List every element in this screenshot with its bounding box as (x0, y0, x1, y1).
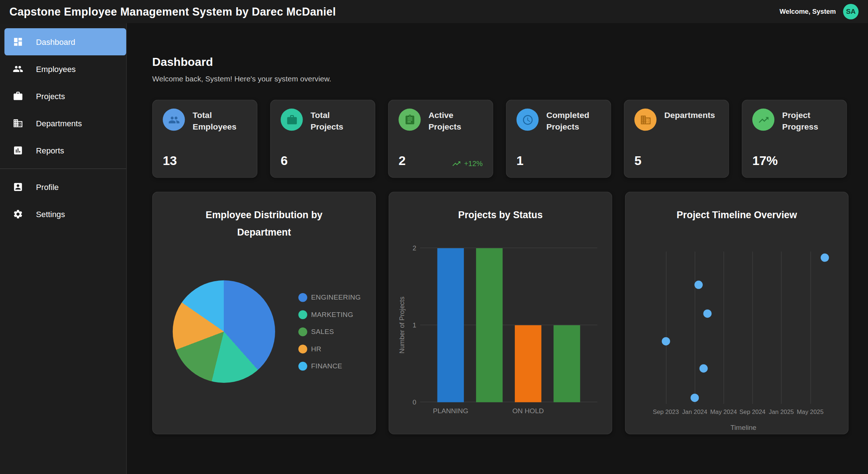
legend-color-dot (298, 310, 307, 319)
stat-card-completed-projects: Completed Projects 1 (506, 100, 611, 178)
x-tick-label: May 2024 (710, 408, 737, 415)
stat-label: Project Progress (782, 109, 837, 132)
briefcase-icon (12, 90, 23, 102)
sidebar-item-label: Dashboard (36, 37, 76, 46)
topbar-right: Welcome, System SA (779, 4, 859, 20)
stat-value: 6 (281, 153, 288, 168)
scatter-point (690, 393, 699, 402)
sidebar-item-projects[interactable]: Projects (0, 82, 126, 110)
gridline (666, 251, 667, 404)
scatter-point (694, 281, 702, 289)
legend-label: SALES (311, 328, 334, 335)
trend-badge: +12% (452, 159, 483, 168)
scatter-point (821, 253, 829, 262)
pie-chart-card: Employee Distribution by Department ENGI… (152, 192, 376, 435)
y-axis-label: Number of Projects (398, 248, 406, 402)
app-title: Capstone Employee Management System by D… (9, 5, 336, 18)
avatar[interactable]: SA (843, 4, 859, 20)
x-tick-label: Sep 2023 (653, 408, 679, 415)
y-tick-label: 0 (412, 398, 416, 406)
x-tick-label: Jan 2025 (769, 408, 794, 415)
building-icon (634, 109, 657, 131)
chart-title: Projects by Status (398, 207, 603, 224)
stat-value: 2 (398, 153, 406, 168)
legend-color-dot (298, 361, 307, 370)
legend-color-dot (298, 344, 307, 353)
stat-label: Completed Projects (546, 109, 600, 132)
sidebar-divider (0, 168, 126, 169)
gridline (752, 251, 753, 404)
sidebar-item-reports[interactable]: Reports (0, 137, 126, 164)
legend-label: HR (311, 345, 321, 353)
topbar: Capstone Employee Management System by D… (0, 0, 868, 23)
y-tick-label: 1 (412, 321, 416, 329)
scatter-chart: Sep 2023Jan 2024May 2024Sep 2024Jan 2025… (653, 251, 834, 404)
profile-icon (12, 181, 23, 192)
trending-up-icon (452, 159, 461, 168)
x-tick-label: ON HOLD (512, 407, 544, 415)
clock-icon (517, 109, 539, 131)
stat-label: Active Projects (428, 109, 483, 132)
page-title: Dashboard (152, 55, 849, 69)
stat-value: 1 (517, 153, 524, 168)
stat-value: 17% (752, 153, 778, 168)
stat-card-active-projects: Active Projects 2 +12% (388, 100, 493, 178)
x-tick-label: Sep 2024 (739, 408, 765, 415)
clipboard-icon (398, 109, 420, 131)
legend-item: FINANCE (298, 361, 361, 370)
stat-card-departments: Departments 5 (624, 100, 729, 178)
bar (515, 325, 541, 402)
bar-chart: 012PLANNINGON HOLD (420, 248, 597, 402)
sidebar-item-label: Departments (36, 119, 82, 127)
x-tick-label: PLANNING (433, 407, 468, 415)
legend-color-dot (298, 327, 307, 336)
legend-item: SALES (298, 327, 361, 336)
stat-label: Total Employees (193, 109, 247, 132)
sidebar-item-departments[interactable]: Departments (0, 110, 126, 137)
scatter-chart-card: Project Timeline Overview Sep 2023Jan 20… (625, 192, 849, 435)
people-icon (163, 109, 185, 131)
sidebar-item-settings[interactable]: Settings (0, 200, 126, 228)
dashboard-icon (12, 36, 23, 47)
legend-label: FINANCE (311, 362, 342, 370)
legend-item: ENGINEERING (298, 293, 361, 302)
briefcase-icon (281, 109, 303, 131)
gridline (695, 251, 696, 404)
gear-icon (12, 208, 23, 220)
sidebar-item-dashboard[interactable]: Dashboard (4, 28, 126, 55)
bar-chart-card: Projects by Status Number of Projects 01… (389, 192, 612, 435)
stat-value: 5 (634, 153, 642, 168)
stat-label: Departments (664, 109, 715, 121)
sidebar-item-profile[interactable]: Profile (0, 173, 126, 200)
legend-label: ENGINEERING (311, 293, 361, 301)
stats-row: Total Employees 13 Total Projects 6 (152, 100, 849, 178)
chart-title: Employee Distribution by Department (162, 207, 367, 241)
bar-chart-icon (12, 145, 23, 156)
chart-title: Project Timeline Overview (634, 207, 839, 224)
scatter-point (703, 310, 711, 318)
legend-color-dot (298, 293, 307, 302)
scatter-point (662, 337, 670, 346)
sidebar-item-employees[interactable]: Employees (0, 55, 126, 82)
people-icon (12, 63, 23, 75)
x-tick-label: Jan 2024 (682, 408, 707, 415)
bar (437, 248, 464, 402)
sidebar-item-label: Profile (36, 183, 59, 191)
building-icon (12, 118, 23, 129)
gridline (781, 251, 782, 404)
stat-card-project-progress: Project Progress 17% (742, 100, 847, 178)
scatter-point (700, 364, 708, 373)
legend-label: MARKETING (311, 311, 354, 318)
app-window: Capstone Employee Management System by D… (0, 0, 868, 474)
welcome-text: Welcome, System (779, 8, 836, 15)
pie-legend: ENGINEERINGMARKETINGSALESHRFINANCE (298, 285, 361, 379)
sidebar-item-label: Projects (36, 92, 65, 100)
page-subtitle: Welcome back, System! Here's your system… (152, 75, 849, 83)
stat-value: 13 (163, 153, 177, 168)
gridline (723, 251, 724, 404)
pie-chart (173, 280, 275, 383)
x-axis-label: Timeline (653, 424, 834, 431)
trending-up-icon (752, 109, 774, 131)
bar (553, 325, 580, 402)
gridline (810, 251, 811, 404)
